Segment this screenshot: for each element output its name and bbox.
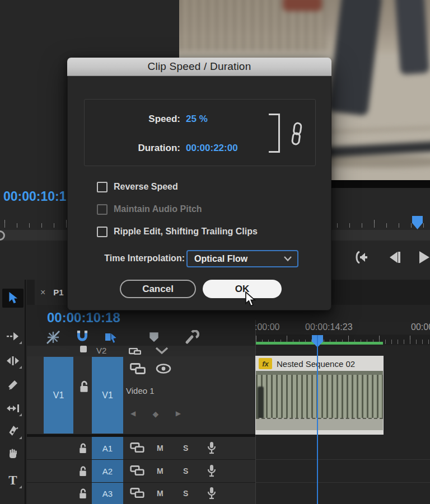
monitor-timecode[interactable]: 00:00:10:1 — [3, 189, 67, 204]
time-interpolation-value: Optical Flow — [194, 254, 284, 264]
speed-value[interactable]: 25 % — [186, 114, 208, 125]
time-interpolation-label: Time Interpolation: — [67, 253, 185, 263]
solo-button[interactable]: S — [183, 489, 188, 498]
clip-bottom-edge — [256, 430, 383, 434]
link-chain-icon[interactable] — [289, 121, 305, 146]
dialog-title: Clip Speed / Duration — [148, 60, 251, 73]
gang-bracket — [269, 114, 280, 153]
source-patch-v1-label: V1 — [53, 390, 64, 401]
target-track-a2-button[interactable]: A2 — [92, 460, 123, 482]
tools-panel: T — [0, 280, 26, 504]
lane-divider — [256, 459, 430, 460]
lock-icon[interactable] — [78, 380, 90, 393]
go-to-in-button[interactable] — [353, 250, 372, 265]
timeline-settings-button[interactable] — [184, 330, 200, 345]
timeline-timecode[interactable]: 00:00:10:18 — [47, 310, 120, 326]
lock-icon[interactable] — [77, 465, 88, 477]
type-tool[interactable]: T — [2, 471, 24, 490]
solo-button[interactable]: S — [183, 467, 188, 475]
mute-button[interactable]: M — [157, 444, 163, 453]
lock-icon[interactable] — [78, 346, 88, 354]
timeline-panel: T × P1 00:00:10:18 — [0, 280, 430, 504]
nest-toggle-icon — [46, 330, 60, 345]
audio-track-1-header: A1 M S — [27, 437, 256, 459]
step-back-icon — [387, 251, 402, 264]
step-back-button[interactable] — [387, 251, 402, 264]
microphone-icon[interactable] — [206, 487, 217, 500]
sync-lock-icon[interactable] — [130, 442, 144, 454]
cancel-button[interactable]: Cancel — [120, 280, 196, 298]
lock-icon[interactable] — [77, 488, 88, 500]
type-tool-icon: T — [8, 473, 17, 488]
target-track-a1-button[interactable]: A1 — [92, 437, 123, 459]
nest-toggle-button[interactable] — [45, 330, 62, 345]
timeline-toolbar — [45, 329, 200, 346]
snap-button[interactable] — [74, 330, 91, 345]
prev-keyframe-button[interactable]: ◀ — [130, 409, 135, 418]
time-interpolation-select[interactable]: Optical Flow — [186, 250, 298, 267]
ruler-label: :00:00 — [255, 322, 279, 332]
target-track-v1-button[interactable]: V1 — [92, 357, 123, 434]
linked-selection-button[interactable] — [103, 330, 120, 345]
slip-tool[interactable] — [2, 399, 24, 418]
selection-tool-icon — [7, 291, 19, 305]
sync-lock-icon[interactable] — [130, 465, 144, 477]
slip-icon — [6, 403, 20, 413]
hand-tool[interactable] — [2, 444, 24, 463]
duration-label: Duration: — [67, 143, 180, 154]
sync-lock-icon[interactable] — [129, 348, 141, 355]
chevron-down-icon — [284, 256, 292, 261]
solo-button[interactable]: S — [183, 444, 188, 453]
chevron-down-icon[interactable] — [155, 347, 169, 355]
audio-track-2-header: A2 M S — [27, 460, 256, 482]
reverse-speed-checkbox[interactable] — [97, 182, 108, 192]
source-patch-v1-button[interactable]: V1 — [44, 357, 73, 434]
add-keyframe-button[interactable]: ◆ — [153, 409, 159, 418]
maintain-audio-pitch-checkbox-row: Maintain Audio Pitch — [97, 204, 202, 215]
track-select-forward-tool[interactable] — [2, 327, 24, 346]
linked-selection-icon — [104, 331, 119, 344]
clip-thumbnail — [256, 371, 383, 430]
audio-track-3-header: A3 M S — [27, 483, 256, 504]
tab-close-icon[interactable]: × — [40, 288, 45, 298]
target-track-a3-button[interactable]: A3 — [92, 483, 123, 504]
dialog-titlebar[interactable]: Clip Speed / Duration — [67, 58, 331, 76]
snap-magnet-icon — [76, 330, 89, 345]
timeline-clip[interactable]: fx Nested Sequence 02 — [256, 356, 383, 434]
fx-badge-icon[interactable]: fx — [259, 358, 272, 369]
microphone-icon[interactable] — [206, 464, 217, 478]
reverse-speed-checkbox-row: Reverse Speed — [97, 181, 178, 192]
razor-tool[interactable] — [2, 375, 24, 394]
target-track-a2-label: A2 — [102, 467, 113, 476]
pen-icon — [7, 425, 18, 437]
play-button[interactable] — [418, 251, 430, 264]
duration-value[interactable]: 00:00:22:00 — [186, 143, 238, 154]
pen-tool[interactable] — [2, 422, 24, 441]
maintain-audio-pitch-checkbox — [97, 204, 108, 215]
target-track-v1-label: V1 — [102, 390, 113, 401]
eye-icon[interactable] — [156, 363, 171, 374]
add-marker-button[interactable] — [146, 330, 162, 345]
playhead-line — [317, 335, 318, 504]
sync-lock-icon[interactable] — [130, 488, 144, 499]
speed-label: Speed: — [67, 114, 180, 125]
mute-button[interactable]: M — [157, 467, 163, 475]
microphone-icon[interactable] — [206, 441, 217, 455]
target-track-a1-label: A1 — [102, 444, 113, 453]
reverse-speed-label: Reverse Speed — [114, 182, 178, 192]
lock-icon[interactable] — [77, 442, 88, 454]
sync-lock-icon[interactable] — [130, 363, 146, 375]
clip-name-label: Nested Sequence 02 — [277, 359, 355, 369]
clip-speed-duration-dialog: Clip Speed / Duration Speed: 25 % Durati… — [67, 58, 331, 310]
selection-tool[interactable] — [2, 289, 24, 308]
lane-divider — [256, 482, 430, 483]
ripple-edit-tool[interactable] — [2, 351, 24, 370]
mute-button[interactable]: M — [157, 489, 163, 498]
clip-header: fx Nested Sequence 02 — [256, 356, 383, 371]
ok-button[interactable]: OK — [203, 280, 282, 298]
next-keyframe-button[interactable]: ▶ — [176, 409, 181, 418]
ripple-edit-checkbox[interactable] — [97, 227, 108, 237]
premiere-app-window: 00:00:10:1 — [0, 0, 430, 504]
video-track-2-partial: V2 — [27, 346, 256, 356]
go-to-in-icon — [353, 250, 372, 265]
